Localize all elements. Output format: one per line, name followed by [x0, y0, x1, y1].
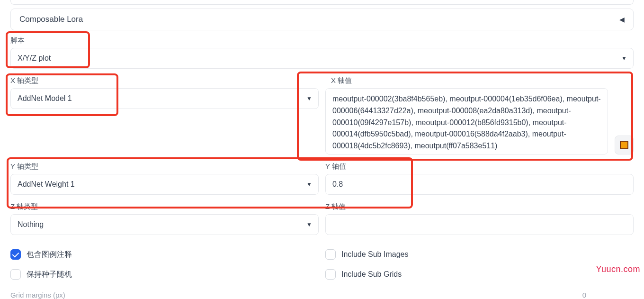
- checkbox-keep-seed[interactable]: [10, 269, 21, 280]
- script-label: 脚本: [10, 36, 634, 45]
- y-values-input[interactable]: [325, 174, 634, 195]
- chevron-left-icon: ◀: [619, 16, 625, 23]
- accordion-title: Composable Lora: [19, 15, 83, 24]
- y-type-select[interactable]: [10, 174, 319, 195]
- x-type-label: X 轴类型: [10, 76, 319, 85]
- y-values-label: Y 轴值: [325, 162, 634, 171]
- z-type-label: Z 轴类型: [10, 202, 319, 211]
- x-values-textarea[interactable]: [325, 88, 608, 154]
- script-select[interactable]: [10, 48, 634, 69]
- watermark: Yuucn.com: [596, 264, 640, 274]
- fill-values-button[interactable]: [615, 136, 634, 154]
- clipboard-icon: [620, 141, 628, 149]
- z-values-label: Z 轴值: [325, 202, 634, 211]
- z-values-input[interactable]: [325, 214, 634, 235]
- x-values-label: X 轴值: [331, 76, 634, 85]
- z-type-select[interactable]: [10, 214, 319, 235]
- checkbox-sub-images-label[interactable]: Include Sub Images: [341, 250, 408, 259]
- checkbox-sub-grids-label[interactable]: Include Sub Grids: [341, 270, 402, 279]
- y-type-label: Y 轴类型: [10, 162, 319, 171]
- checkbox-sub-images[interactable]: [325, 249, 336, 260]
- accordion-composable-lora[interactable]: Composable Lora ◀: [10, 9, 634, 30]
- checkbox-legend[interactable]: [10, 249, 21, 260]
- grid-margins-label: Grid margins (px): [10, 291, 65, 299]
- x-type-select[interactable]: [10, 88, 319, 109]
- checkbox-keep-seed-label[interactable]: 保持种子随机: [27, 270, 72, 280]
- grid-margins-value: 0: [582, 291, 586, 299]
- checkbox-legend-label[interactable]: 包含图例注释: [27, 250, 72, 260]
- previous-accordion-bottom: [10, 0, 634, 5]
- checkbox-sub-grids[interactable]: [325, 269, 336, 280]
